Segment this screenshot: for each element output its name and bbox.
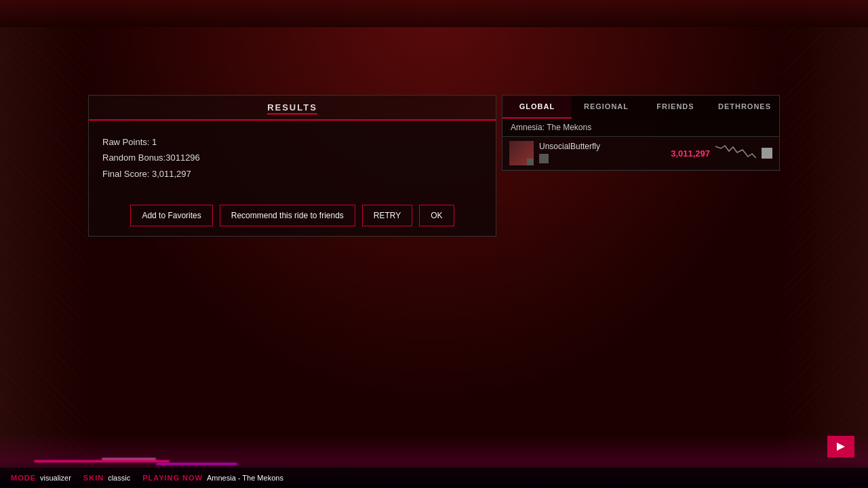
- streak-pink: [34, 460, 170, 462]
- playing-value: Amnesia - The Mekons: [207, 474, 283, 482]
- tab-dethrones[interactable]: DETHRONES: [710, 96, 779, 119]
- results-panel: RESULTS Raw Points: 1 Random Bonus:30112…: [88, 95, 496, 237]
- player-avatar: [509, 141, 534, 165]
- skin-label: SKIN: [83, 474, 104, 482]
- tab-global[interactable]: GLOBAL: [502, 96, 572, 119]
- add-to-favorites-button[interactable]: Add to Favorites: [130, 205, 212, 226]
- play-button[interactable]: [827, 436, 854, 458]
- results-header: RESULTS: [89, 96, 496, 121]
- mode-value: visualizer: [40, 474, 71, 482]
- side-panel-right: [780, 0, 868, 488]
- final-score: Final Score: 3,011,297: [102, 166, 482, 182]
- leaderboard-tabs: GLOBAL REGIONAL FRIENDS DETHRONES: [502, 96, 779, 119]
- score-sparkline: [715, 143, 756, 163]
- ok-button[interactable]: OK: [419, 205, 454, 226]
- tab-regional[interactable]: REGIONAL: [572, 96, 641, 119]
- leaderboard-body: UnsocialButterfly 3,011,297: [502, 137, 779, 170]
- status-bar: MODE visualizer SKIN classic PLAYING NOW…: [0, 468, 868, 488]
- random-bonus: Random Bonus:3011296: [102, 150, 482, 165]
- bottom-area: MODE visualizer SKIN classic PLAYING NOW…: [0, 434, 868, 488]
- bottom-streaks: [34, 454, 834, 468]
- main-content: RESULTS Raw Points: 1 Random Bonus:30112…: [88, 27, 780, 434]
- avatar-badge: [527, 159, 534, 165]
- raw-points: Raw Points: 1: [102, 134, 482, 150]
- playing-label: PLAYING NOW: [142, 474, 203, 482]
- player-score: 3,011,297: [671, 148, 710, 159]
- mode-label: MODE: [11, 474, 36, 482]
- player-badge-icon: [539, 154, 549, 163]
- side-panel-left: [0, 0, 88, 488]
- leaderboard-panel: GLOBAL REGIONAL FRIENDS DETHRONES Amnesi…: [502, 95, 780, 171]
- retry-button[interactable]: RETRY: [362, 205, 412, 226]
- skin-value: classic: [108, 474, 130, 482]
- player-username: UnsocialButterfly: [539, 142, 665, 165]
- streak-light: [102, 458, 156, 460]
- leaderboard-row: UnsocialButterfly 3,011,297: [502, 137, 779, 170]
- results-footer: Add to Favorites Recommend this ride to …: [89, 195, 496, 236]
- tab-friends[interactable]: FRIENDS: [641, 96, 710, 119]
- results-body: Raw Points: 1 Random Bonus:3011296 Final…: [89, 121, 496, 195]
- song-title: Amnesia: The Mekons: [502, 119, 779, 137]
- top-bar: [0, 0, 868, 27]
- streak-purple: [156, 463, 237, 465]
- rank-icon: [762, 148, 772, 159]
- recommend-button[interactable]: Recommend this ride to friends: [220, 205, 355, 226]
- results-title: RESULTS: [267, 102, 317, 113]
